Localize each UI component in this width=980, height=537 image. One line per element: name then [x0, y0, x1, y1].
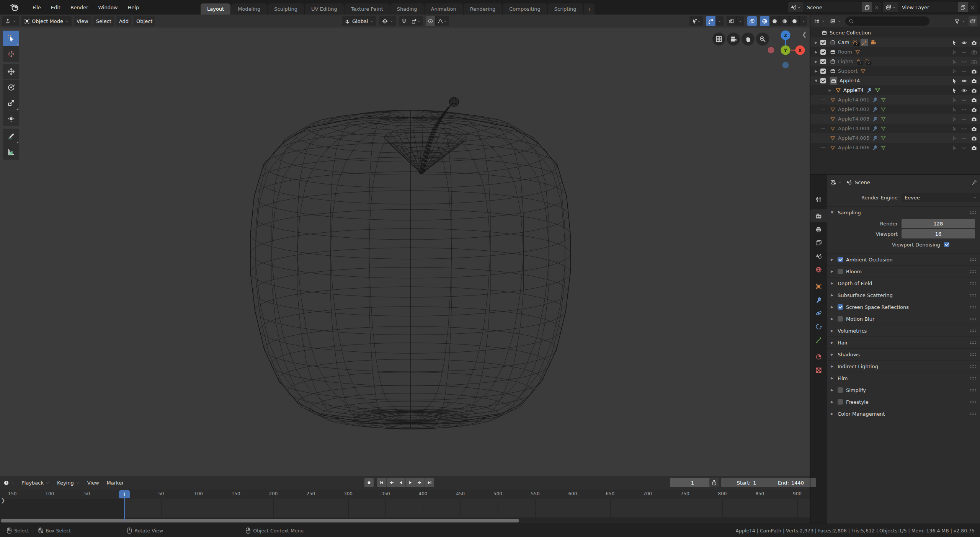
properties-tab-scene[interactable] [810, 250, 827, 263]
workspace-tab-rendering[interactable]: Rendering [464, 3, 502, 15]
topbar-menu-file[interactable]: File [28, 3, 46, 12]
panel-divider-horizontal[interactable] [810, 174, 980, 175]
panel-bloom[interactable]: ▶Bloom [827, 265, 980, 277]
expand-arrow-icon[interactable]: ▶ [813, 50, 819, 54]
drag-dots-icon[interactable] [970, 258, 976, 261]
item-label[interactable]: AppleT4.005 [838, 135, 869, 141]
mesh-obj-icon[interactable] [830, 126, 836, 131]
auto-keyframe-stopwatch-button[interactable] [709, 478, 719, 487]
scene-selector[interactable]: Scene [788, 2, 881, 12]
eye-closed-icon[interactable] [961, 59, 967, 65]
tool-move[interactable] [3, 64, 19, 79]
drag-dots-icon[interactable] [970, 305, 976, 308]
simplify-checkbox[interactable] [838, 387, 843, 393]
panel-shadows[interactable]: ▶Shadows [827, 348, 980, 360]
eye-closed-icon[interactable] [961, 145, 967, 151]
mesh-obj-icon[interactable] [830, 106, 836, 112]
outliner-row-applet4[interactable]: ▶AppleT4 [810, 85, 980, 95]
workspace-tab-animation[interactable]: Animation [425, 3, 463, 15]
panel-subsurface-scattering[interactable]: ▶Subsurface Scattering [827, 289, 980, 301]
light-icon[interactable]: 3 [856, 59, 861, 64]
freestyle-checkbox[interactable] [838, 399, 843, 405]
wrench-icon[interactable] [872, 135, 878, 141]
sampling-viewport-field[interactable]: 16 [902, 229, 975, 238]
sampling-render-field[interactable]: 128 [902, 219, 975, 228]
expand-arrow-icon[interactable]: ▶ [813, 60, 819, 64]
timeline-menu-playback[interactable]: Playback [18, 478, 53, 487]
eye-closed-icon[interactable] [961, 116, 967, 122]
outliner-row-applet4-005[interactable]: AppleT4.005 [810, 133, 980, 143]
cam-on-icon[interactable] [971, 135, 977, 141]
tool-transform[interactable] [3, 111, 19, 126]
drag-dots-icon[interactable] [970, 282, 976, 285]
timeline-track[interactable] [0, 499, 810, 517]
item-label[interactable]: AppleT4.004 [838, 126, 869, 131]
wrench-icon[interactable] [872, 106, 878, 112]
mesh-data-icon[interactable] [880, 126, 886, 131]
snap-toggle[interactable] [399, 16, 409, 26]
playback-first-button[interactable] [377, 478, 386, 487]
curve-obj-icon[interactable] [861, 39, 868, 46]
outliner-row-lights[interactable]: ▶Lights32 [810, 57, 980, 66]
panel-hair[interactable]: ▶Hair [827, 336, 980, 348]
select-on-icon[interactable] [951, 78, 957, 84]
collection-icon[interactable] [830, 77, 837, 85]
panel-divider-vertical[interactable] [810, 15, 810, 524]
ambient-occlusion-checkbox[interactable] [838, 257, 843, 262]
properties-tab-render[interactable] [810, 209, 827, 222]
workspace-tab-compositing[interactable]: Compositing [503, 3, 547, 15]
mesh-data-icon[interactable] [880, 145, 886, 150]
playback-last-button[interactable] [425, 478, 434, 487]
select-off-icon[interactable] [951, 97, 957, 103]
drag-dots-icon[interactable] [970, 270, 976, 273]
select-off-icon[interactable] [951, 68, 957, 74]
drag-dots-icon[interactable] [970, 412, 976, 415]
render-engine-dropdown[interactable]: Eevee [902, 193, 980, 202]
item-label[interactable]: Cam [838, 39, 849, 45]
current-frame-field[interactable]: 1 [670, 478, 715, 487]
mesh-data-icon[interactable] [880, 135, 886, 141]
workspace-tab-layout[interactable]: Layout [201, 3, 230, 15]
mode-dropdown[interactable]: Object Mode [21, 16, 72, 26]
item-label[interactable]: Support [838, 68, 858, 74]
panel-motion-blur[interactable]: ▶Motion Blur [827, 313, 980, 325]
playhead[interactable]: 1 [119, 490, 130, 498]
timeline-menu-keying[interactable]: Keying [53, 478, 83, 487]
mesh-data-icon[interactable] [880, 106, 886, 112]
cam-on-icon[interactable] [971, 145, 977, 151]
drag-dots-icon[interactable] [970, 317, 976, 320]
select-off-icon[interactable] [951, 49, 957, 55]
mesh-obj-icon[interactable] [860, 68, 866, 74]
show-gizmo-toggle[interactable] [706, 16, 715, 26]
eye-closed-icon[interactable] [961, 68, 967, 74]
mesh-obj-icon[interactable] [830, 145, 836, 150]
viewport-collapse-arrow[interactable]: ❮ [802, 31, 807, 38]
expand-arrow-icon[interactable]: ▼ [813, 79, 819, 83]
viewport-menu-select[interactable]: Select [93, 16, 114, 26]
viewport-denoising-checkbox[interactable] [944, 242, 949, 247]
select-off-icon[interactable] [951, 135, 957, 141]
start-frame-field[interactable]: Start: 1 [721, 478, 772, 487]
tool-measure[interactable] [3, 144, 19, 160]
playback-rev-button[interactable] [396, 478, 405, 487]
mesh-data-icon[interactable] [880, 116, 886, 122]
mesh-obj-icon[interactable] [855, 49, 861, 55]
3d-viewport[interactable]: ZYX ❮ [0, 28, 810, 476]
wrench-icon[interactable] [872, 97, 878, 103]
select-off-icon[interactable] [951, 116, 957, 122]
outliner-row-applet4[interactable]: ▼AppleT4 [810, 76, 980, 85]
shading-solid-button[interactable] [769, 16, 779, 26]
collection-checkbox[interactable] [820, 59, 826, 64]
timeline-editor-type-button[interactable] [2, 478, 16, 488]
outliner-search-input[interactable] [845, 16, 929, 26]
cam-on-icon[interactable] [971, 116, 977, 122]
select-off-icon[interactable] [951, 145, 957, 151]
mesh-obj-icon[interactable] [830, 135, 836, 141]
panel-volumetrics[interactable]: ▶Volumetrics [827, 325, 980, 336]
item-label[interactable]: AppleT4.002 [838, 106, 869, 112]
properties-tab-world[interactable] [810, 263, 827, 276]
mesh-obj-icon[interactable] [830, 97, 836, 103]
drag-dots-icon[interactable] [970, 365, 976, 368]
tool-rotate[interactable] [3, 80, 19, 95]
cam-offx-icon[interactable] [971, 59, 977, 65]
